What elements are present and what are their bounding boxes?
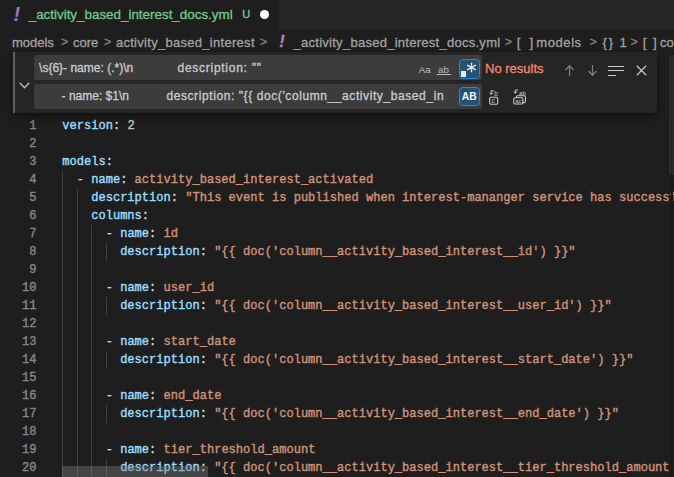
svg-text:ac: ac [515, 98, 521, 104]
svg-text:c: c [491, 96, 495, 103]
svg-text:ab: ab [519, 89, 526, 96]
